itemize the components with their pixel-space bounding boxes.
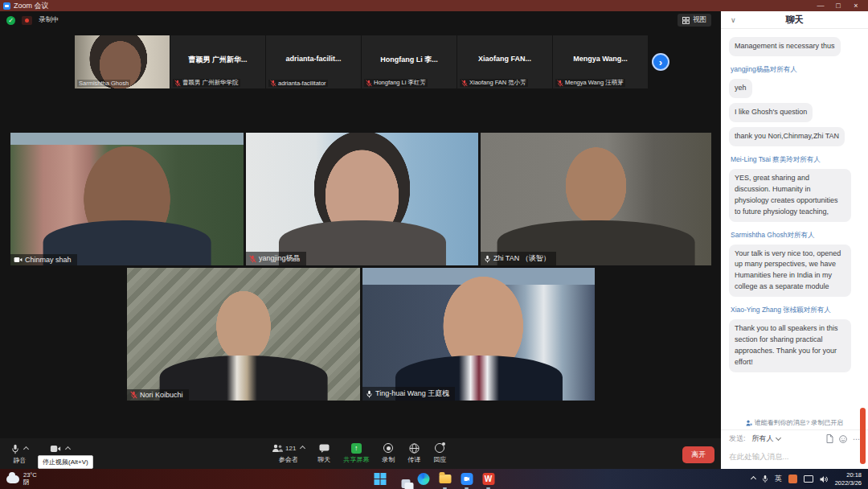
record-label: 录制: [382, 455, 395, 464]
participant-display-name: 曹颖男 广州新华...: [170, 55, 265, 65]
participant-name-label: Mengya Wang 汪萌芽: [555, 79, 625, 87]
filmstrip-tile[interactable]: Hongfang Li 李... Hongfang Li 李红芳: [362, 35, 457, 88]
file-icon[interactable]: [826, 434, 833, 443]
reactions-button[interactable]: 回应: [433, 442, 446, 464]
globe-icon: [409, 443, 420, 454]
muted-mic-icon: [270, 80, 276, 87]
window-title: Zoom 会议: [14, 1, 812, 11]
participants-label: 参会者: [279, 455, 298, 464]
minimize-button[interactable]: —: [812, 2, 829, 10]
zoom-taskbar-button[interactable]: [461, 473, 473, 486]
mute-button[interactable]: 静音: [11, 443, 28, 465]
muted-mic-icon: [130, 391, 137, 399]
chat-header: ∨ 聊天: [721, 11, 868, 29]
participant-name-label: 曹颖男 广州新华学院: [173, 79, 240, 87]
participant-name-label: Zhi TAN （谈智）: [481, 252, 556, 265]
edge-browser-button[interactable]: [417, 473, 430, 486]
participant-name: Xiaofang FAN 范小芳: [469, 79, 526, 87]
chat-message: Management is necessary thus: [729, 37, 841, 56]
more-options-icon[interactable]: ⋯: [853, 435, 860, 443]
file-explorer-button[interactable]: [439, 473, 452, 486]
chevron-up-icon[interactable]: [300, 445, 305, 450]
ime-language-indicator[interactable]: 英: [775, 474, 782, 484]
toolbar-center-group: 121 参会者 聊天 ↑ 共享屏幕: [272, 442, 446, 464]
filmstrip-tile[interactable]: Sarmishtha Ghosh: [75, 35, 170, 88]
emoji-icon[interactable]: [839, 435, 847, 443]
wps-icon: W: [482, 473, 494, 485]
participant-name: Zhi TAN （谈智）: [493, 253, 551, 264]
encryption-shield-icon: ✓: [6, 16, 15, 25]
participants-icon: [272, 444, 283, 453]
stop-video-button[interactable]: [50, 443, 70, 454]
participant-name-label: Chinmay shah: [10, 254, 77, 265]
chevron-up-icon[interactable]: [23, 446, 29, 451]
video-tile[interactable]: Nori Koibuchi: [127, 268, 360, 401]
video-tile[interactable]: yangjing杨晶: [246, 133, 478, 265]
grid-view-icon: [682, 17, 690, 24]
chat-sender: Mei-Ling Tsai 蔡美玲对所有人: [731, 155, 857, 165]
participant-name-label: Hongfang Li 李红芳: [364, 79, 428, 87]
video-tile[interactable]: Zhi TAN （谈智）: [481, 133, 711, 265]
maximize-button[interactable]: □: [829, 2, 847, 10]
chat-send-row: 发送: 所有人 ⋯: [721, 429, 868, 446]
mic-icon: [11, 444, 19, 454]
chat-input-scrollbar-thumb[interactable]: [860, 408, 866, 464]
close-button[interactable]: ×: [847, 2, 865, 10]
edge-icon: [417, 473, 429, 485]
filmstrip-tile[interactable]: Mengya Wang... Mengya Wang 汪萌芽: [553, 35, 648, 88]
chevron-down-icon: [775, 435, 780, 441]
participant-display-name: Xiaofang FAN...: [457, 55, 552, 63]
chevron-up-icon[interactable]: [65, 446, 71, 451]
chat-message: Your talk is very nice too, opened up ma…: [729, 244, 851, 298]
chat-message: thank you Nori,Chinmay,Zhi TAN: [729, 127, 845, 146]
filmstrip-tile[interactable]: adrianta-facilit... adrianta-facilitator: [266, 35, 361, 88]
chat-message-input[interactable]: [729, 452, 860, 461]
task-view-button[interactable]: [395, 473, 408, 486]
participant-name: 曹颖男 广州新华学院: [182, 79, 239, 87]
participant-name-label: Nori Koibuchi: [127, 389, 189, 401]
filmstrip-tile[interactable]: Xiaofang FAN... Xiaofang FAN 范小芳: [457, 35, 552, 88]
chat-message: YES, great sharing and discussion. Human…: [729, 169, 851, 222]
system-tray: 英 20:18 2022/3/26: [749, 471, 862, 487]
chat-message: I like Ghosh's question: [729, 103, 813, 122]
interpretation-button[interactable]: 传译: [407, 442, 420, 464]
video-camera-icon: [50, 445, 61, 453]
taskbar-weather-widget[interactable]: 23°C 阴: [6, 472, 37, 486]
chat-bubble-icon: [319, 444, 330, 453]
recording-dot-icon: [22, 16, 32, 25]
participants-button[interactable]: 121 参会者: [272, 442, 305, 464]
speaker-icon[interactable]: [820, 475, 829, 483]
participant-name-label: adrianta-facilitator: [268, 80, 328, 87]
reactions-icon: [435, 443, 444, 453]
share-screen-icon: ↑: [351, 443, 362, 454]
chat-message-list[interactable]: Management is necessary thus yangjing杨晶对…: [721, 29, 868, 415]
chat-message: yeh: [729, 79, 752, 98]
share-screen-button[interactable]: ↑ 共享屏幕: [343, 442, 369, 464]
send-to-label: 发送:: [729, 434, 746, 444]
leave-meeting-button[interactable]: 离开: [682, 446, 714, 463]
share-screen-label: 共享屏幕: [343, 455, 369, 464]
participant-name: Mengya Wang 汪萌芽: [565, 79, 624, 87]
chat-panel: ∨ 聊天 Management is necessary thus yangji…: [721, 11, 868, 469]
chat-sender: Xiao-Ying Zhang 张棫颖对所有人: [731, 306, 857, 315]
video-tile[interactable]: Ting-huai Wang 王庭槐: [362, 268, 595, 401]
start-button[interactable]: [374, 473, 387, 486]
chevron-down-icon[interactable]: ∨: [731, 16, 736, 24]
chat-button[interactable]: 聊天: [317, 442, 330, 464]
participant-name: Hongfang Li 李红芳: [374, 79, 426, 87]
muted-mic-icon: [249, 255, 256, 263]
recipient-dropdown[interactable]: 所有人: [752, 434, 780, 444]
video-tile[interactable]: Chinmay shah: [10, 133, 244, 265]
clock-date: 2022/3/26: [835, 479, 862, 487]
filmstrip-tile[interactable]: 曹颖男 广州新华... 曹颖男 广州新华学院: [170, 35, 265, 88]
wps-button[interactable]: W: [482, 473, 495, 486]
view-button[interactable]: 视图: [678, 14, 711, 27]
tray-mic-icon[interactable]: [762, 475, 768, 483]
mic-icon: [366, 390, 373, 398]
tray-expand-icon[interactable]: [751, 476, 756, 482]
tray-app-icon[interactable]: [788, 475, 797, 483]
next-page-arrow-button[interactable]: ›: [652, 53, 669, 71]
taskbar-clock[interactable]: 20:18 2022/3/26: [835, 471, 862, 487]
record-button[interactable]: 录制: [382, 442, 395, 464]
display-icon[interactable]: [804, 475, 813, 483]
